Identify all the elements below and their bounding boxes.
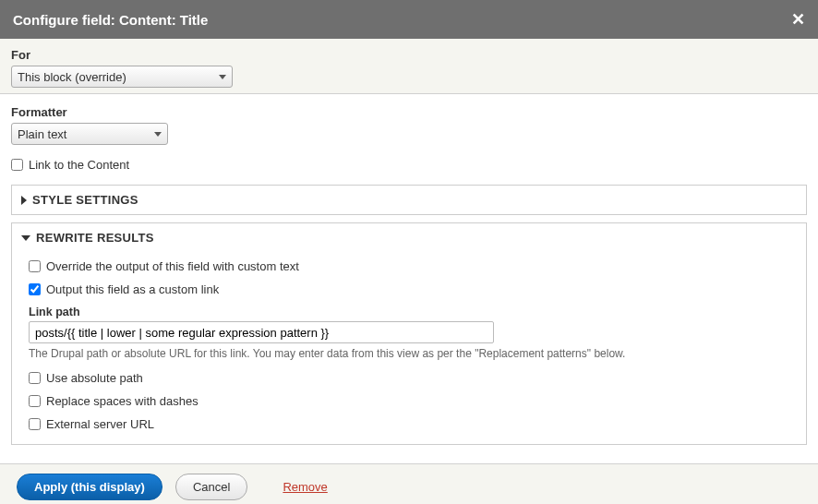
remove-link[interactable]: Remove: [283, 480, 327, 494]
formatter-label: Formatter: [11, 105, 807, 119]
for-select[interactable]: This block (override): [11, 66, 233, 88]
close-icon[interactable]: ✕: [791, 9, 805, 30]
output-as-link-checkbox[interactable]: [29, 283, 41, 295]
external-url-checkbox[interactable]: [29, 418, 41, 430]
replace-spaces-checkbox[interactable]: [29, 395, 41, 407]
rewrite-results-title: REWRITE RESULTS: [36, 231, 154, 245]
dialog-title: Configure field: Content: Title: [13, 12, 208, 28]
for-select-value: This block (override): [18, 70, 126, 84]
formatter-select[interactable]: Plain text: [11, 123, 168, 145]
output-as-link-label: Output this field as a custom link: [46, 282, 219, 296]
style-settings-details: STYLE SETTINGS: [11, 185, 807, 215]
link-path-label: Link path: [29, 306, 789, 318]
override-output-row: Override the output of this field with c…: [29, 259, 789, 273]
main-content: Formatter Plain text Link to the Content…: [0, 94, 818, 463]
link-path-help: The Drupal path or absolute URL for this…: [29, 347, 789, 360]
rewrite-results-details: REWRITE RESULTS Override the output of t…: [11, 222, 807, 445]
external-url-row: External server URL: [29, 417, 789, 431]
rewrite-results-summary[interactable]: REWRITE RESULTS: [12, 223, 806, 252]
replace-spaces-label: Replace spaces with dashes: [46, 394, 198, 408]
link-to-content-label: Link to the Content: [29, 158, 129, 172]
cancel-button[interactable]: Cancel: [175, 474, 247, 500]
override-output-label: Override the output of this field with c…: [46, 259, 299, 273]
for-label: For: [11, 48, 807, 62]
style-settings-summary[interactable]: STYLE SETTINGS: [12, 186, 806, 214]
absolute-path-checkbox[interactable]: [29, 372, 41, 384]
for-panel: For This block (override): [0, 39, 818, 94]
chevron-down-icon: [219, 75, 226, 79]
dialog-footer: Apply (this display) Cancel Remove: [0, 463, 818, 504]
link-to-content-row: Link to the Content: [11, 158, 807, 172]
external-url-label: External server URL: [46, 417, 154, 431]
link-to-content-checkbox[interactable]: [11, 159, 23, 171]
absolute-path-row: Use absolute path: [29, 371, 789, 385]
formatter-select-value: Plain text: [18, 127, 66, 141]
caret-down-icon: [21, 235, 30, 241]
absolute-path-label: Use absolute path: [46, 371, 143, 385]
override-output-checkbox[interactable]: [29, 260, 41, 272]
formatter-row: Formatter Plain text: [11, 105, 807, 145]
style-settings-title: STYLE SETTINGS: [32, 193, 138, 207]
rewrite-results-body: Override the output of this field with c…: [12, 252, 806, 444]
chevron-down-icon: [154, 132, 162, 137]
replace-spaces-row: Replace spaces with dashes: [29, 394, 789, 408]
caret-right-icon: [21, 196, 27, 205]
output-as-link-row: Output this field as a custom link: [29, 282, 789, 296]
apply-button[interactable]: Apply (this display): [17, 474, 162, 500]
dialog-header: Configure field: Content: Title ✕: [0, 0, 818, 39]
link-path-input[interactable]: [29, 321, 494, 343]
